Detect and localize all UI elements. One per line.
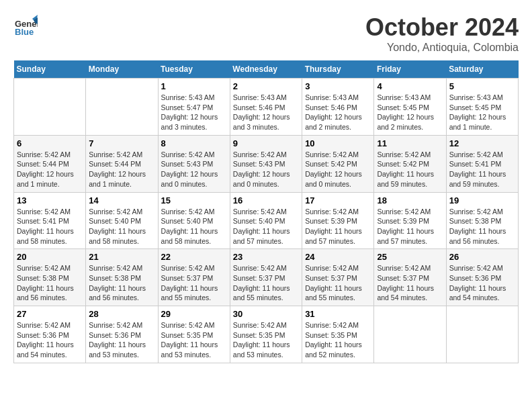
title-section: October 2024 Yondo, Antioquia, Colombia: [365, 13, 519, 54]
weekday-header-row: SundayMondayTuesdayWednesdayThursdayFrid…: [14, 60, 519, 79]
day-info: Sunrise: 5:42 AMSunset: 5:44 PMDaylight:…: [17, 150, 83, 189]
day-info: Sunrise: 5:42 AMSunset: 5:35 PMDaylight:…: [161, 320, 227, 360]
day-info: Sunrise: 5:43 AMSunset: 5:45 PMDaylight:…: [449, 93, 515, 132]
weekday-header-saturday: Saturday: [446, 60, 518, 79]
calendar-table: SundayMondayTuesdayWednesdayThursdayFrid…: [13, 60, 519, 363]
calendar-cell: 4Sunrise: 5:43 AMSunset: 5:45 PMDaylight…: [374, 79, 446, 136]
day-number: 15: [161, 195, 227, 205]
day-info: Sunrise: 5:42 AMSunset: 5:38 PMDaylight:…: [449, 207, 515, 246]
day-number: 30: [233, 309, 299, 319]
day-info: Sunrise: 5:42 AMSunset: 5:42 PMDaylight:…: [305, 150, 371, 189]
day-info: Sunrise: 5:42 AMSunset: 5:41 PMDaylight:…: [449, 150, 515, 189]
week-row-3: 13Sunrise: 5:42 AMSunset: 5:41 PMDayligh…: [14, 192, 519, 249]
day-info: Sunrise: 5:42 AMSunset: 5:40 PMDaylight:…: [89, 207, 154, 246]
calendar-cell: 7Sunrise: 5:42 AMSunset: 5:44 PMDaylight…: [86, 135, 158, 192]
day-info: Sunrise: 5:43 AMSunset: 5:47 PMDaylight:…: [161, 93, 227, 132]
day-info: Sunrise: 5:42 AMSunset: 5:43 PMDaylight:…: [233, 150, 299, 189]
day-number: 11: [377, 138, 443, 148]
day-number: 29: [161, 309, 227, 319]
calendar-cell: 3Sunrise: 5:43 AMSunset: 5:46 PMDaylight…: [302, 79, 374, 136]
day-info: Sunrise: 5:42 AMSunset: 5:38 PMDaylight:…: [89, 263, 154, 303]
calendar-cell: 27Sunrise: 5:42 AMSunset: 5:36 PMDayligh…: [14, 306, 86, 363]
calendar-cell: 24Sunrise: 5:42 AMSunset: 5:37 PMDayligh…: [302, 249, 374, 306]
day-info: Sunrise: 5:43 AMSunset: 5:46 PMDaylight:…: [305, 93, 371, 132]
day-number: 14: [89, 195, 154, 205]
month-title: October 2024: [365, 13, 519, 42]
day-info: Sunrise: 5:42 AMSunset: 5:40 PMDaylight:…: [233, 207, 299, 246]
day-number: 28: [89, 309, 154, 319]
logo-icon: General Blue: [13, 13, 38, 40]
day-info: Sunrise: 5:42 AMSunset: 5:38 PMDaylight:…: [17, 263, 83, 303]
day-info: Sunrise: 5:42 AMSunset: 5:43 PMDaylight:…: [161, 150, 227, 189]
day-number: 9: [233, 138, 299, 148]
location-subtitle: Yondo, Antioquia, Colombia: [365, 42, 519, 54]
week-row-1: 1Sunrise: 5:43 AMSunset: 5:47 PMDaylight…: [14, 79, 519, 136]
calendar-cell: 20Sunrise: 5:42 AMSunset: 5:38 PMDayligh…: [14, 249, 86, 306]
calendar-cell: 8Sunrise: 5:42 AMSunset: 5:43 PMDaylight…: [158, 135, 230, 192]
calendar-cell: 5Sunrise: 5:43 AMSunset: 5:45 PMDaylight…: [446, 79, 518, 136]
calendar-cell: 10Sunrise: 5:42 AMSunset: 5:42 PMDayligh…: [302, 135, 374, 192]
day-number: 18: [377, 195, 443, 205]
day-info: Sunrise: 5:43 AMSunset: 5:46 PMDaylight:…: [233, 93, 299, 132]
calendar-cell: 22Sunrise: 5:42 AMSunset: 5:37 PMDayligh…: [158, 249, 230, 306]
day-number: 12: [449, 138, 515, 148]
day-number: 7: [89, 138, 154, 148]
weekday-header-thursday: Thursday: [302, 60, 374, 79]
weekday-header-monday: Monday: [86, 60, 158, 79]
calendar-cell: 18Sunrise: 5:42 AMSunset: 5:39 PMDayligh…: [374, 192, 446, 249]
day-number: 8: [161, 138, 227, 148]
day-number: 2: [233, 81, 299, 91]
calendar-cell: 13Sunrise: 5:42 AMSunset: 5:41 PMDayligh…: [14, 192, 86, 249]
calendar-cell: 11Sunrise: 5:42 AMSunset: 5:42 PMDayligh…: [374, 135, 446, 192]
day-info: Sunrise: 5:42 AMSunset: 5:37 PMDaylight:…: [233, 263, 299, 303]
weekday-header-wednesday: Wednesday: [230, 60, 302, 79]
calendar-cell: 31Sunrise: 5:42 AMSunset: 5:35 PMDayligh…: [302, 306, 374, 363]
calendar-cell: 19Sunrise: 5:42 AMSunset: 5:38 PMDayligh…: [446, 192, 518, 249]
weekday-header-tuesday: Tuesday: [158, 60, 230, 79]
day-number: 27: [17, 309, 83, 319]
day-number: 1: [161, 81, 227, 91]
calendar-cell: 17Sunrise: 5:42 AMSunset: 5:39 PMDayligh…: [302, 192, 374, 249]
day-number: 24: [305, 252, 371, 262]
calendar-cell: [446, 306, 518, 363]
day-number: 19: [449, 195, 515, 205]
day-number: 5: [449, 81, 515, 91]
day-number: 3: [305, 81, 371, 91]
week-row-4: 20Sunrise: 5:42 AMSunset: 5:38 PMDayligh…: [14, 249, 519, 306]
day-info: Sunrise: 5:42 AMSunset: 5:36 PMDaylight:…: [17, 320, 83, 360]
day-info: Sunrise: 5:42 AMSunset: 5:37 PMDaylight:…: [305, 263, 371, 303]
calendar-cell: [14, 79, 86, 136]
day-info: Sunrise: 5:42 AMSunset: 5:39 PMDaylight:…: [305, 207, 371, 246]
day-number: 17: [305, 195, 371, 205]
calendar-cell: 29Sunrise: 5:42 AMSunset: 5:35 PMDayligh…: [158, 306, 230, 363]
day-info: Sunrise: 5:42 AMSunset: 5:37 PMDaylight:…: [377, 263, 443, 303]
day-number: 6: [17, 138, 83, 148]
day-number: 13: [17, 195, 83, 205]
calendar-cell: 14Sunrise: 5:42 AMSunset: 5:40 PMDayligh…: [86, 192, 158, 249]
calendar-cell: 23Sunrise: 5:42 AMSunset: 5:37 PMDayligh…: [230, 249, 302, 306]
day-info: Sunrise: 5:42 AMSunset: 5:39 PMDaylight:…: [377, 207, 443, 246]
day-number: 23: [233, 252, 299, 262]
calendar-cell: 26Sunrise: 5:42 AMSunset: 5:36 PMDayligh…: [446, 249, 518, 306]
calendar-cell: 2Sunrise: 5:43 AMSunset: 5:46 PMDaylight…: [230, 79, 302, 136]
day-info: Sunrise: 5:42 AMSunset: 5:35 PMDaylight:…: [305, 320, 371, 360]
day-number: 4: [377, 81, 443, 91]
calendar-cell: [374, 306, 446, 363]
day-number: 10: [305, 138, 371, 148]
week-row-5: 27Sunrise: 5:42 AMSunset: 5:36 PMDayligh…: [14, 306, 519, 363]
day-info: Sunrise: 5:42 AMSunset: 5:37 PMDaylight:…: [161, 263, 227, 303]
calendar-cell: 1Sunrise: 5:43 AMSunset: 5:47 PMDaylight…: [158, 79, 230, 136]
day-number: 22: [161, 252, 227, 262]
logo: General Blue: [13, 13, 38, 40]
day-info: Sunrise: 5:43 AMSunset: 5:45 PMDaylight:…: [377, 93, 443, 132]
day-number: 26: [449, 252, 515, 262]
calendar-cell: 25Sunrise: 5:42 AMSunset: 5:37 PMDayligh…: [374, 249, 446, 306]
page-header: General Blue October 2024 Yondo, Antioqu…: [13, 13, 519, 54]
weekday-header-sunday: Sunday: [14, 60, 86, 79]
day-info: Sunrise: 5:42 AMSunset: 5:41 PMDaylight:…: [17, 207, 83, 246]
day-number: 31: [305, 309, 371, 319]
week-row-2: 6Sunrise: 5:42 AMSunset: 5:44 PMDaylight…: [14, 135, 519, 192]
calendar-cell: 30Sunrise: 5:42 AMSunset: 5:35 PMDayligh…: [230, 306, 302, 363]
day-info: Sunrise: 5:42 AMSunset: 5:40 PMDaylight:…: [161, 207, 227, 246]
day-info: Sunrise: 5:42 AMSunset: 5:42 PMDaylight:…: [377, 150, 443, 189]
